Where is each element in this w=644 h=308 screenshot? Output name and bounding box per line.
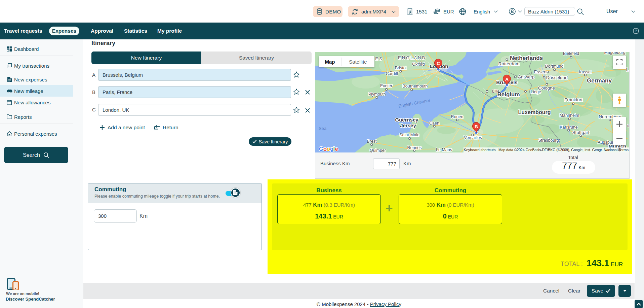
svg-text:Exeter: Exeter [380, 83, 392, 88]
svg-text:Mannheim: Mannheim [560, 113, 579, 118]
svg-text:Bristol: Bristol [395, 66, 407, 70]
svg-text:Saint-Malo: Saint-Malo [399, 133, 419, 137]
svg-text:Karlsruhe: Karlsruhe [560, 125, 578, 130]
svg-text:Germany: Germany [587, 77, 612, 84]
svg-text:Le Mans: Le Mans [436, 147, 452, 152]
svg-text:ENGLAND: ENGLAND [398, 55, 426, 60]
svg-text:Plymouth: Plymouth [368, 92, 386, 97]
svg-text:Frankfurt: Frankfurt [564, 97, 582, 102]
svg-text:Leip: Leip [626, 67, 629, 72]
svg-text:Dortmund: Dortmund [545, 64, 564, 69]
svg-text:Bielefeld: Bielefeld [563, 52, 579, 56]
svg-text:Stuttgart: Stuttgart [572, 130, 589, 135]
svg-text:sb: sb [627, 123, 629, 128]
svg-text:Liège: Liège [531, 90, 541, 94]
svg-text:Strasbourg: Strasbourg [538, 138, 559, 143]
svg-text:e: e [335, 146, 338, 152]
svg-text:Guernsey: Guernsey [395, 117, 418, 123]
svg-text:Düsseldorf: Düsseldorf [546, 75, 568, 80]
svg-text:Cardiff: Cardiff [386, 71, 398, 76]
svg-text:Oxford: Oxford [412, 62, 425, 67]
svg-text:Rennes: Rennes [407, 145, 421, 150]
svg-text:Map data ©2024 GeoBasis-DE/BKG: Map data ©2024 GeoBasis-DE/BKG (©2009), … [498, 148, 617, 152]
svg-text:B: B [475, 124, 478, 129]
svg-text:Terms: Terms [618, 148, 629, 152]
svg-text:C: C [437, 61, 440, 66]
svg-text:Rouen: Rouen [451, 114, 464, 119]
svg-text:Luxembourg: Luxembourg [518, 109, 551, 115]
svg-text:l: l [333, 146, 335, 152]
svg-text:Caen: Caen [429, 121, 439, 126]
svg-text:Essen: Essen [534, 69, 547, 74]
svg-text:Sea: Sea [319, 126, 327, 131]
svg-text:G: G [319, 146, 323, 152]
svg-text:o: o [327, 146, 330, 152]
svg-text:Jersey: Jersey [400, 123, 416, 128]
svg-text:Rotterdam: Rotterdam [498, 61, 519, 66]
svg-text:Bournemouth: Bournemouth [402, 84, 428, 89]
svg-text:Kassel: Kassel [579, 70, 592, 74]
svg-text:Keyboard shortcuts: Keyboard shortcuts [464, 148, 496, 152]
svg-text:Magdeburg: Magdeburg [604, 52, 625, 55]
svg-text:Versailles: Versailles [464, 135, 482, 140]
svg-text:A: A [505, 77, 509, 82]
svg-text:Netherlands: Netherlands [510, 55, 543, 61]
svg-text:Brest: Brest [367, 139, 377, 144]
svg-text:?: ? [635, 29, 637, 33]
svg-text:Belgium: Belgium [497, 91, 520, 98]
svg-text:o: o [323, 146, 327, 152]
svg-text:Antwerp: Antwerp [518, 74, 535, 79]
svg-text:ES: ES [375, 56, 383, 61]
